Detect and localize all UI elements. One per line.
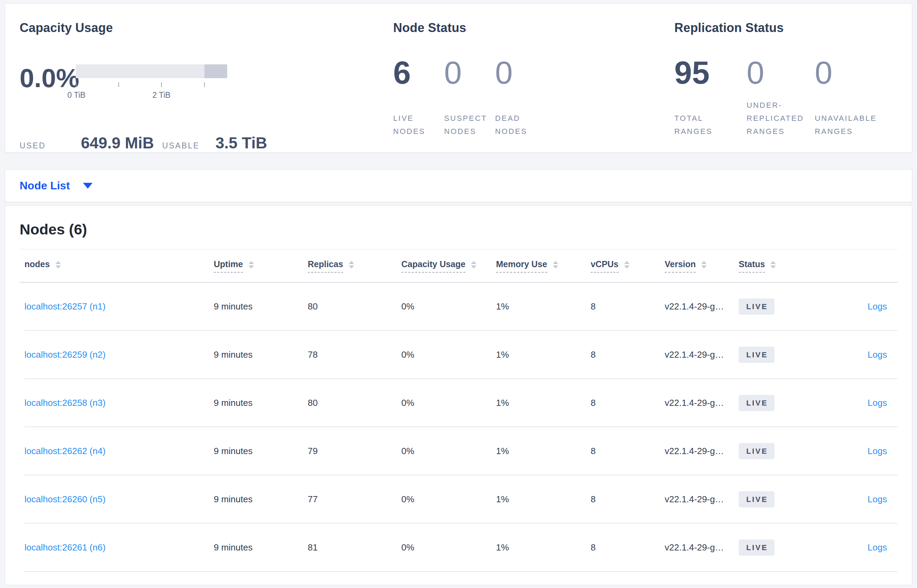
axis-tick bbox=[76, 82, 76, 87]
stat-value: 0 bbox=[444, 57, 495, 89]
sort-icon bbox=[770, 261, 776, 268]
status-badge: LIVE bbox=[739, 395, 775, 411]
usable-label: USABLE bbox=[162, 141, 200, 150]
capacity-bar-reserved-segment bbox=[205, 65, 227, 78]
vcpus-cell: 8 bbox=[591, 542, 665, 553]
stat-dead-nodes: 0 DEAD NODES bbox=[495, 57, 546, 138]
node-link[interactable]: localhost:26261 (n6) bbox=[24, 542, 106, 552]
axis-tick-label: 0 TiB bbox=[68, 90, 86, 100]
logs-link[interactable]: Logs bbox=[868, 349, 887, 360]
col-header-status[interactable]: Status bbox=[739, 259, 827, 273]
node-link[interactable]: localhost:26260 (n5) bbox=[24, 494, 106, 504]
capacity-usage-cell: 0% bbox=[401, 349, 496, 360]
sort-icon bbox=[249, 261, 254, 268]
usable-value: 3.5 TiB bbox=[215, 134, 267, 152]
version-cell: v22.1.4-29-g… bbox=[665, 446, 739, 457]
sort-icon bbox=[55, 261, 61, 268]
stat-value: 6 bbox=[393, 57, 444, 89]
capacity-bar-track bbox=[76, 65, 227, 78]
version-cell: v22.1.4-29-g… bbox=[665, 349, 739, 360]
col-header-nodes[interactable]: nodes bbox=[24, 259, 214, 273]
uptime-cell: 9 minutes bbox=[214, 301, 308, 312]
col-header-replicas[interactable]: Replicas bbox=[308, 259, 401, 273]
memory-use-cell: 1% bbox=[496, 397, 591, 408]
status-badge: LIVE bbox=[739, 443, 775, 459]
uptime-cell: 9 minutes bbox=[214, 446, 308, 457]
logs-link[interactable]: Logs bbox=[868, 494, 887, 504]
stat-value: 0 bbox=[747, 57, 815, 89]
table-header-row: nodes Uptime Replicas Capacity Usage Mem… bbox=[24, 250, 898, 282]
capacity-usage-cell: 0% bbox=[401, 446, 496, 457]
nodes-table-title: Nodes (6) bbox=[19, 221, 898, 237]
table-row: localhost:26262 (n4) 9 minutes 79 0% 1% … bbox=[24, 427, 898, 475]
stat-value: 95 bbox=[674, 57, 747, 89]
axis-tick bbox=[204, 82, 205, 87]
stat-live-nodes: 6 LIVE NODES bbox=[393, 57, 444, 138]
view-selector-button[interactable]: Node List bbox=[19, 179, 93, 192]
used-label: USED bbox=[19, 141, 46, 150]
capacity-bar: 0 TiB 2 TiB bbox=[76, 65, 227, 116]
stat-label: UNDER- REPLICATED RANGES bbox=[747, 99, 815, 138]
capacity-gauge: 0.0% 0 TiB 2 TiB bbox=[19, 59, 393, 116]
axis-tick-label: 2 TiB bbox=[152, 90, 170, 100]
axis-tick bbox=[161, 82, 162, 87]
uptime-cell: 9 minutes bbox=[214, 542, 308, 553]
version-cell: v22.1.4-29-g… bbox=[665, 301, 739, 312]
stat-label: DEAD NODES bbox=[495, 112, 546, 138]
sort-icon bbox=[349, 261, 354, 268]
vcpus-cell: 8 bbox=[591, 349, 665, 360]
nodes-card: Nodes (6) nodes Uptime Replicas Capacity… bbox=[5, 205, 912, 585]
col-header-memory-use[interactable]: Memory Use bbox=[496, 259, 591, 273]
table-row: localhost:26261 (n6) 9 minutes 81 0% 1% … bbox=[24, 523, 898, 572]
node-link[interactable]: localhost:26257 (n1) bbox=[24, 301, 106, 312]
logs-link[interactable]: Logs bbox=[868, 446, 887, 456]
node-link[interactable]: localhost:26259 (n2) bbox=[24, 349, 106, 360]
table-row: localhost:26258 (n3) 9 minutes 80 0% 1% … bbox=[24, 379, 898, 427]
uptime-cell: 9 minutes bbox=[214, 349, 308, 360]
chevron-down-icon bbox=[83, 183, 93, 189]
stat-label: TOTAL RANGES bbox=[674, 112, 747, 138]
memory-use-cell: 1% bbox=[496, 349, 591, 360]
node-status-title: Node Status bbox=[393, 21, 674, 35]
used-value: 649.9 MiB bbox=[81, 134, 154, 152]
status-badge: LIVE bbox=[739, 540, 775, 556]
capacity-meta: USED 649.9 MiB USABLE 3.5 TiB bbox=[19, 134, 393, 152]
col-header-uptime[interactable]: Uptime bbox=[214, 259, 308, 273]
stat-label: LIVE NODES bbox=[393, 112, 444, 138]
stat-under-replicated-ranges: 0 UNDER- REPLICATED RANGES bbox=[747, 57, 815, 138]
memory-use-cell: 1% bbox=[496, 446, 591, 457]
logs-link[interactable]: Logs bbox=[868, 542, 887, 552]
table-row: localhost:26257 (n1) 9 minutes 80 0% 1% … bbox=[24, 283, 898, 331]
replication-status-section: Replication Status 95 TOTAL RANGES 0 UND… bbox=[674, 21, 898, 152]
vcpus-cell: 8 bbox=[591, 397, 665, 408]
sort-icon bbox=[624, 261, 630, 268]
replicas-cell: 81 bbox=[308, 542, 401, 553]
sort-icon bbox=[471, 261, 476, 268]
view-selector-label: Node List bbox=[19, 179, 70, 192]
replicas-cell: 78 bbox=[308, 349, 401, 360]
table-row: localhost:26259 (n2) 9 minutes 78 0% 1% … bbox=[24, 331, 898, 379]
vcpus-cell: 8 bbox=[591, 301, 665, 312]
logs-link[interactable]: Logs bbox=[868, 397, 887, 408]
memory-use-cell: 1% bbox=[496, 494, 591, 505]
memory-use-cell: 1% bbox=[496, 301, 591, 312]
status-badge: LIVE bbox=[739, 299, 775, 315]
logs-link[interactable]: Logs bbox=[868, 301, 887, 312]
node-status-section: Node Status 6 LIVE NODES 0 SUSPECT NODES… bbox=[393, 21, 674, 152]
replicas-cell: 79 bbox=[308, 446, 401, 457]
version-cell: v22.1.4-29-g… bbox=[665, 542, 739, 553]
stat-suspect-nodes: 0 SUSPECT NODES bbox=[444, 57, 495, 138]
uptime-cell: 9 minutes bbox=[214, 494, 308, 505]
col-header-version[interactable]: Version bbox=[665, 259, 739, 273]
col-header-vcpus[interactable]: vCPUs bbox=[591, 259, 665, 273]
vcpus-cell: 8 bbox=[591, 446, 665, 457]
col-header-capacity-usage[interactable]: Capacity Usage bbox=[401, 259, 496, 273]
stat-value: 0 bbox=[495, 57, 546, 89]
replicas-cell: 80 bbox=[308, 397, 401, 408]
capacity-usage-cell: 0% bbox=[401, 301, 496, 312]
replicas-cell: 80 bbox=[308, 301, 401, 312]
node-link[interactable]: localhost:26262 (n4) bbox=[24, 446, 106, 456]
node-link[interactable]: localhost:26258 (n3) bbox=[24, 397, 106, 408]
replication-status-title: Replication Status bbox=[674, 21, 898, 35]
axis-tick bbox=[118, 82, 119, 87]
